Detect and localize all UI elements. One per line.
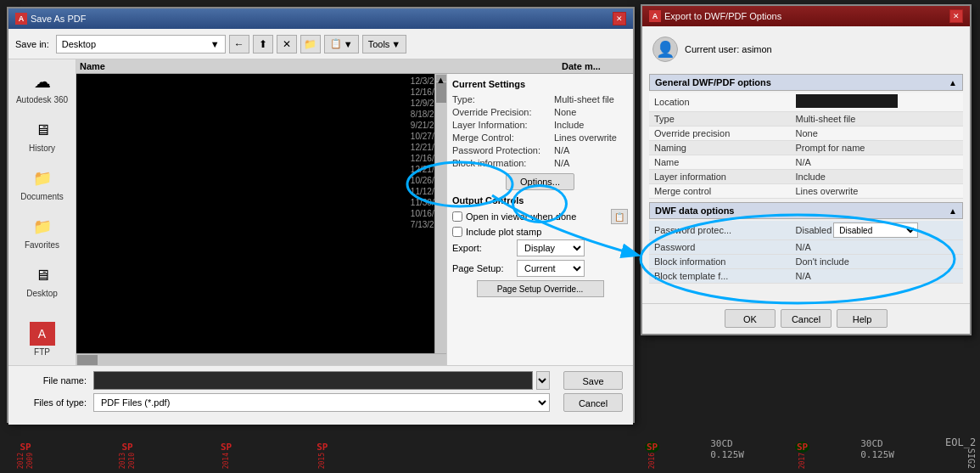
page-setup-override-container: Page Setup Override... [452, 280, 628, 297]
nav-autodesk360[interactable]: ☁ Autodesk 360 [13, 66, 72, 108]
merge-value: Lines overwrite [791, 184, 964, 199]
file-row: 7/13/2... [80, 219, 443, 230]
component-label-1: 30CD 0.125W [710, 438, 744, 460]
dwf-options-table: Password protec... Disabled Disabled Ena… [649, 221, 963, 284]
up-button[interactable]: ⬆ [253, 35, 273, 53]
setting-override-value: None [554, 107, 576, 117]
table-row: Layer information Include [649, 170, 963, 184]
desktop-icon: 🖥 [29, 263, 56, 287]
location-value [791, 93, 964, 112]
general-section-title: General DWF/PDF options [655, 77, 771, 87]
views-button[interactable]: 📋 ▼ [324, 35, 359, 53]
tools-button[interactable]: Tools ▼ [362, 35, 407, 53]
file-row: 10/16/... [80, 208, 443, 219]
file-list-content: 12/3/2... 12/16/... 12/9/2... 8/18/2... … [76, 74, 446, 232]
file-row: 10/27/... [80, 131, 443, 142]
type-value: Multi-sheet file [791, 112, 964, 127]
saveas-toolbar: Save in: Desktop ▼ ← ⬆ ✕ 📁 📋 ▼ Tools ▼ [8, 29, 633, 59]
save-button[interactable]: Save [563, 371, 623, 390]
open-viewer-checkbox[interactable] [452, 211, 462, 222]
filetype-label: Files of type: [19, 397, 87, 408]
password-protect-select[interactable]: Disabled Enabled [833, 222, 918, 238]
name-label: Name [649, 155, 791, 170]
help-button[interactable]: Help [837, 309, 888, 328]
col-name: Name [80, 61, 562, 71]
nav-favorites-label: Favorites [25, 240, 59, 250]
naming-label: Naming [649, 141, 791, 155]
export-cancel-button[interactable]: Cancel [781, 309, 832, 328]
export-dropdown[interactable]: Display [517, 239, 585, 256]
nav-ftp[interactable]: A FTP [13, 318, 72, 360]
current-user-label: Current user: asimon [685, 44, 772, 54]
plot-stamp-checkbox[interactable] [452, 227, 462, 237]
scrollbar-up-arrow[interactable]: ▲ [436, 75, 446, 82]
table-row: Block template f... N/A [649, 269, 963, 284]
layer-value: Include [791, 170, 964, 184]
table-row: Password N/A [649, 240, 963, 255]
setting-password-value: N/A [554, 145, 569, 155]
file-row: 12/16/... [80, 153, 443, 164]
table-row: Block information Don't include [649, 255, 963, 269]
password-protect-value: Disabled Disabled Enabled [791, 221, 964, 240]
sp-label-2: SP [121, 442, 132, 453]
override-value: None [791, 127, 964, 141]
file-row: 11/30/... [80, 197, 443, 208]
open-viewer-row: Open in viewer when done 📋 [452, 209, 628, 224]
export-label: Export: [452, 243, 512, 253]
setting-blockinfo-value: N/A [554, 158, 569, 168]
h-scrollbar-thumb[interactable] [77, 355, 98, 365]
autodesk360-icon: ☁ [29, 70, 56, 93]
page-setup-dropdown[interactable]: Current [517, 260, 585, 277]
table-row: Naming Prompt for name [649, 141, 963, 155]
file-row: 10/26/... [80, 175, 443, 186]
nav-documents[interactable]: 📁 Documents [13, 163, 72, 205]
save-in-dropdown[interactable]: Desktop ▼ [56, 35, 226, 53]
scrollbar-thumb[interactable] [436, 82, 446, 103]
saveas-title-left: A Save As PDF [15, 13, 86, 25]
back-button[interactable]: ← [229, 35, 249, 53]
cancel-button[interactable]: Cancel [563, 393, 623, 412]
file-list: 12/3/2... 12/16/... 12/9/2... 8/18/2... … [76, 74, 446, 365]
nav-history[interactable]: 🖥 History [13, 115, 72, 156]
block-template-label: Block template f... [649, 269, 791, 284]
eol-label: EOL_2 [945, 436, 976, 448]
saveas-dialog: A Save As PDF ✕ Save in: Desktop ▼ ← ⬆ ✕… [7, 7, 635, 423]
export-dialog: A Export to DWF/PDF Options ✕ 👤 Current … [641, 4, 972, 335]
year-2016: 2016 [648, 453, 656, 469]
ok-button[interactable]: OK [725, 309, 776, 328]
password-protect-label: Password protec... [649, 221, 791, 240]
nav-desktop[interactable]: 🖥 Desktop [13, 260, 72, 301]
table-row: Type Multi-sheet file [649, 112, 963, 127]
filename-dropdown[interactable] [536, 371, 550, 390]
history-icon: 🖥 [29, 118, 56, 142]
vertical-scrollbar[interactable]: ▲ [434, 74, 446, 365]
block-info-label: Block information [649, 255, 791, 269]
sp-label-1: SP [20, 442, 31, 453]
new-folder-button[interactable]: 📁 [300, 35, 321, 53]
nav-favorites[interactable]: 📁 Favorites [13, 211, 72, 253]
table-row: Merge control Lines overwrite [649, 184, 963, 199]
file-row: 12/16/... [80, 87, 443, 98]
nav-documents-label: Documents [20, 192, 64, 201]
filetype-select[interactable]: PDF Files (*.pdf) [93, 393, 550, 412]
sp-years-2: 2013 2010 [119, 453, 136, 469]
export-row: Export: Display [452, 239, 628, 256]
filetype-row: Files of type: PDF Files (*.pdf) Cancel [19, 393, 623, 412]
type-label: Type [649, 112, 791, 127]
current-settings-title: Current Settings [452, 79, 628, 89]
cad-right-content: SP 2016 30CD 0.125W SP 2017 30CD 0.125W … [636, 426, 980, 473]
options-button[interactable]: Options... [506, 173, 574, 190]
tools-arrow-icon: ▼ [391, 39, 400, 49]
page-setup-override-button[interactable]: Page Setup Override... [477, 280, 604, 297]
sp-labels-row: SP 2012 2009 SP 2013 2010 SP 2014 SP 201… [0, 426, 632, 473]
saveas-body: ☁ Autodesk 360 🖥 History 📁 Documents 📁 F… [8, 59, 633, 365]
filename-input[interactable] [93, 371, 533, 390]
table-row: Password protec... Disabled Disabled Ena… [649, 221, 963, 240]
file-row: 12/9/2... [80, 98, 443, 109]
delete-button[interactable]: ✕ [277, 35, 297, 53]
sp-group-2: SP 2013 2010 [119, 442, 136, 469]
saveas-close-button[interactable]: ✕ [613, 12, 626, 25]
export-close-button[interactable]: ✕ [949, 9, 963, 23]
horizontal-scrollbar[interactable] [76, 353, 446, 365]
file-row: 9/21/2... [80, 120, 443, 131]
